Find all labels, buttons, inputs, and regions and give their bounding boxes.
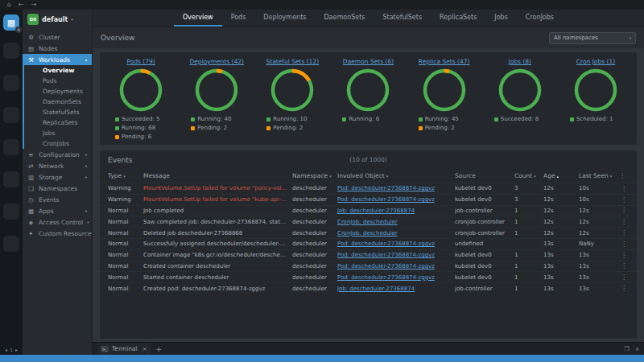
involved-object-link[interactable]: Pod: descheduler-27368874-zggvz (337, 241, 435, 247)
involved-object-link[interactable]: Job: descheduler-27368874 (337, 286, 415, 292)
sidebar-subitem-pods[interactable]: Pods (24, 76, 92, 86)
workload-link[interactable]: Cron Jobs (1) (576, 58, 615, 65)
involved-object-link[interactable]: Pod: descheduler-27368874-zggvz (337, 196, 435, 203)
involved-object-link[interactable]: CronJob: descheduler (337, 219, 398, 225)
row-kebab-menu-icon[interactable]: ⋮ (619, 207, 629, 214)
row-kebab-menu-icon[interactable]: ⋮ (619, 196, 629, 204)
add-terminal-button[interactable]: + (156, 345, 163, 353)
sidebar-subitem-overview[interactable]: Overview (24, 65, 92, 76)
sidebar-item-events[interactable]: ◷Events (23, 194, 92, 205)
workload-link[interactable]: Stateful Sets (12) (266, 58, 319, 65)
sidebar-subitem-jobs[interactable]: Jobs (24, 128, 92, 138)
involved-object-link[interactable]: Pod: descheduler-27368874-zggvz (337, 252, 435, 258)
tab-cronjobs[interactable]: CronJobs (517, 10, 563, 27)
column-header-last-seen[interactable]: Last Seen▾ (579, 172, 619, 179)
back-icon[interactable]: ← (19, 0, 24, 10)
row-kebab-menu-icon[interactable]: ⋮ (619, 229, 629, 237)
row-kebab-menu-icon[interactable]: ⋮ (619, 241, 629, 248)
involved-object-link[interactable]: Pod: descheduler-27368874-zggvz (337, 274, 435, 281)
expand-icon[interactable]: ❐ (625, 346, 630, 352)
legend-item: Pending: 2 (419, 125, 470, 132)
tab-daemonsets[interactable]: DaemonSets (315, 10, 374, 27)
forward-icon[interactable]: → (31, 0, 37, 10)
involved-object-link[interactable]: CronJob: descheduler (337, 230, 398, 237)
sidebar-item-namespaces[interactable]: ❏Namespaces (23, 183, 92, 194)
column-header-involved-object[interactable]: Involved Object▾ (337, 172, 455, 179)
sidebar-item-workloads[interactable]: ⚒Workloads▴ (23, 54, 92, 65)
table-row: NormalDeleted job descheduler-27368868de… (100, 227, 637, 238)
workload-charts: Pods (79)Succeeded: 5Running: 68Pending:… (100, 52, 637, 145)
row-kebab-menu-icon[interactable]: ⋮ (619, 262, 629, 269)
cluster-switcher[interactable]: DE default ▾ (23, 10, 92, 29)
sidebar-subitem-replicasets[interactable]: ReplicaSets (24, 117, 92, 128)
sort-desc-icon: ▾ (123, 174, 126, 179)
column-header-age[interactable]: Age▴ (543, 172, 579, 179)
catalog-button[interactable]: ▦ ⚙ (3, 14, 19, 31)
sidebar-item-nodes[interactable]: ▤Nodes (23, 43, 92, 54)
hotbar-empty-slot[interactable] (3, 107, 19, 123)
sidebar-item-configuration[interactable]: ≡Configuration▾ (23, 149, 92, 160)
tab-overview[interactable]: Overview (174, 10, 222, 27)
sidebar-item-storage[interactable]: ▥Storage▾ (23, 171, 92, 183)
home-icon[interactable]: ⌂ (7, 0, 11, 10)
column-label: Type (108, 172, 122, 179)
involved-object-link[interactable]: Pod: descheduler-27368874-zggvz (337, 185, 435, 191)
tab-deployments[interactable]: Deployments (254, 10, 315, 27)
sidebar-item-custom-resources[interactable]: ✦Custom Resources▾ (23, 228, 92, 239)
legend-color-swatch (115, 135, 119, 139)
hotbar-empty-slot[interactable] (3, 43, 19, 59)
sidebar-subitem-cronjobs[interactable]: CronJobs (24, 138, 92, 149)
workload-link[interactable]: Jobs (8) (509, 58, 531, 65)
row-kebab-menu-icon[interactable]: ⋮ (619, 252, 629, 259)
hotbar-empty-slot[interactable] (3, 75, 19, 91)
hotbar-empty-slot[interactable] (3, 171, 19, 187)
pager-prev-icon[interactable]: ◂ (5, 347, 7, 352)
legend-label: Pending: 6 (122, 134, 151, 141)
involved-object-link[interactable]: Job: descheduler-27368874 (337, 208, 415, 214)
event-age-cell: 13s (543, 274, 579, 281)
column-header-type[interactable]: Type▾ (108, 172, 143, 179)
tab-jobs[interactable]: Jobs (485, 10, 517, 27)
namespace-select[interactable]: All namespaces ▾ (549, 32, 636, 44)
row-kebab-menu-icon[interactable]: ⋮ (619, 218, 629, 225)
tab-statefulsets[interactable]: StatefulSets (374, 10, 431, 27)
sidebar-item-network[interactable]: ⇄Network▾ (23, 160, 92, 171)
workload-card: Deployments (42)Running: 40Pending: 2 (179, 58, 254, 141)
close-icon[interactable]: × (142, 346, 147, 352)
event-type-cell: Warning (108, 185, 143, 191)
column-label: Age (543, 172, 555, 179)
sidebar-item-apps[interactable]: ▦Apps▾ (23, 205, 92, 216)
event-type-cell: Normal (108, 252, 143, 258)
sidebar-item-access-control[interactable]: ◈Access Control▾ (23, 216, 92, 228)
sidebar-subitem-deployments[interactable]: Deployments (24, 86, 92, 97)
sidebar-item-label: Apps (39, 208, 54, 215)
column-header-count[interactable]: Count▾ (514, 172, 543, 179)
workload-link[interactable]: Pods (79) (126, 58, 155, 65)
sidebar-subitem-daemonsets[interactable]: DaemonSets (24, 97, 92, 107)
row-kebab-menu-icon[interactable]: ⋮ (619, 285, 629, 292)
column-header-menu[interactable]: ⋮ (619, 172, 629, 179)
hotbar-slots (3, 43, 19, 252)
row-kebab-menu-icon[interactable]: ⋮ (619, 185, 629, 192)
terminal-tab[interactable]: >_ Terminal × (97, 343, 151, 355)
sidebar-item-cluster[interactable]: ⚙Cluster (23, 31, 92, 43)
workload-link[interactable]: Replica Sets (47) (419, 58, 470, 65)
tab-pods[interactable]: Pods (222, 10, 255, 27)
legend-color-swatch (494, 117, 498, 121)
status-bar (0, 355, 644, 362)
hotbar-empty-slot[interactable] (3, 139, 19, 155)
row-kebab-menu-icon[interactable]: ⋮ (619, 274, 629, 281)
hotbar-empty-slot[interactable] (3, 236, 19, 252)
event-lastseen-cell: 13s (579, 252, 619, 258)
tab-replicasets[interactable]: ReplicaSets (431, 10, 485, 27)
sidebar-subitem-statefulsets[interactable]: StatefulSets (24, 107, 92, 117)
donut-chart (119, 68, 163, 112)
involved-object-link[interactable]: Pod: descheduler-27368874-zggvz (337, 263, 435, 269)
hotbar-empty-slot[interactable] (3, 204, 19, 220)
workload-link[interactable]: Deployments (42) (189, 58, 244, 65)
column-header-namespace[interactable]: Namespace▾ (292, 172, 337, 179)
collapse-icon[interactable]: ∧ (635, 346, 639, 352)
workload-link[interactable]: Daemon Sets (6) (343, 58, 394, 65)
event-namespace-cell: descheduler (292, 241, 337, 247)
pager-next-icon[interactable]: ▸ (15, 347, 18, 352)
